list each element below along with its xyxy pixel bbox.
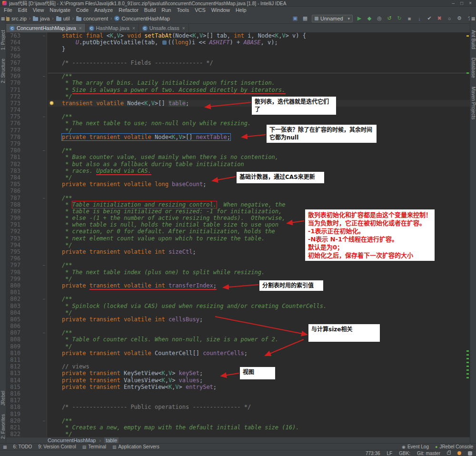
- tool-button-event-log[interactable]: ◉Event Log: [402, 444, 429, 449]
- menu-item-tools[interactable]: Tools: [174, 7, 192, 13]
- menu-item-window[interactable]: Window: [208, 7, 233, 13]
- gutter-line[interactable]: 783: [6, 168, 47, 174]
- line-number[interactable]: 767: [6, 59, 20, 66]
- code-line[interactable]: [48, 411, 470, 417]
- line-number[interactable]: 822: [6, 431, 20, 437]
- line-number[interactable]: 775: [6, 113, 20, 120]
- tool-button-ant-build[interactable]: Ant Build: [471, 30, 476, 49]
- caret-position[interactable]: 773:36: [366, 451, 380, 456]
- tool-button-todo[interactable]: 6: TODO: [13, 444, 32, 449]
- gutter-line[interactable]: 792: [6, 228, 47, 235]
- gutter-line[interactable]: 767: [6, 59, 47, 66]
- line-number[interactable]: 804: [6, 309, 20, 316]
- code-line[interactable]: private transient ValuesView<K,V> values…: [48, 377, 470, 384]
- fold-marker-icon[interactable]: −: [43, 113, 45, 120]
- notification-badge[interactable]: [457, 451, 461, 455]
- line-number[interactable]: 788: [6, 201, 20, 208]
- code-line[interactable]: */: [48, 93, 470, 100]
- line-number[interactable]: 778: [6, 134, 20, 140]
- gutter-line[interactable]: 778: [6, 134, 47, 140]
- code-line[interactable]: * The array of bins. Lazily initialized …: [48, 79, 470, 86]
- close-icon[interactable]: ×: [132, 26, 135, 31]
- close-icon[interactable]: ×: [182, 26, 185, 31]
- gutter-line[interactable]: 763−: [6, 32, 47, 39]
- gutter-line[interactable]: 803: [6, 303, 47, 309]
- gutter-line[interactable]: 814: [6, 377, 47, 384]
- project-structure-icon[interactable]: ▣: [292, 15, 298, 22]
- code-line[interactable]: /**: [48, 113, 470, 120]
- gutter-line[interactable]: 805: [6, 316, 47, 323]
- gutter-line[interactable]: 780−: [6, 147, 47, 154]
- line-number[interactable]: 795: [6, 248, 20, 255]
- code-line[interactable]: * races. Updated via CAS.: [48, 168, 470, 174]
- line-number[interactable]: 776: [6, 120, 20, 127]
- gutter-line[interactable]: 775−: [6, 113, 47, 120]
- gutter-line[interactable]: 774: [6, 107, 47, 113]
- error-stripe[interactable]: [466, 32, 470, 437]
- gutter-line[interactable]: 784: [6, 174, 47, 181]
- fold-marker-icon[interactable]: −: [43, 147, 45, 154]
- line-number[interactable]: 786: [6, 188, 20, 194]
- gutter-line[interactable]: 770: [6, 79, 47, 86]
- gutter-line[interactable]: 802−: [6, 296, 47, 302]
- lock-icon[interactable]: [447, 452, 451, 455]
- menu-item-build[interactable]: Build: [141, 7, 159, 13]
- gutter-line[interactable]: 773: [6, 100, 47, 107]
- gutter-line[interactable]: 795: [6, 248, 47, 255]
- code-line[interactable]: */: [48, 174, 470, 181]
- maximize-button[interactable]: □: [460, 0, 463, 6]
- breadcrumb-item[interactable]: util: [55, 15, 71, 22]
- error-stripe-mark[interactable]: [466, 72, 469, 74]
- gutter-line[interactable]: 782: [6, 161, 47, 168]
- code-line[interactable]: */: [48, 276, 470, 282]
- gutter[interactable]: 763−764765766767768769−77077177277377477…: [6, 32, 47, 437]
- code-line[interactable]: * table is being initialized or resized:…: [48, 208, 470, 215]
- intention-bulb-icon[interactable]: [50, 101, 54, 105]
- breadcrumb-item[interactable]: CConcurrentHashMap: [113, 15, 171, 22]
- line-number[interactable]: 779: [6, 140, 20, 147]
- code-line[interactable]: private transient volatile long baseCoun…: [48, 181, 470, 188]
- code-line[interactable]: */: [48, 309, 470, 316]
- minimize-button[interactable]: –: [452, 0, 455, 6]
- gutter-line[interactable]: 768: [6, 66, 47, 73]
- line-number[interactable]: 807: [6, 329, 20, 336]
- gutter-line[interactable]: 764: [6, 39, 47, 46]
- code-line[interactable]: private transient EntrySetView<K,V> entr…: [48, 384, 470, 390]
- gutter-line[interactable]: 811: [6, 357, 47, 363]
- code-line[interactable]: * Table of counter cells. When non-null,…: [48, 336, 470, 343]
- editor[interactable]: 763−764765766767768769−77077177277377477…: [6, 32, 470, 437]
- line-number[interactable]: 784: [6, 174, 20, 181]
- line-number[interactable]: 820: [6, 417, 20, 424]
- rollback-icon[interactable]: ✖: [436, 15, 443, 22]
- code-line[interactable]: * creation, or 0 for default. After init…: [48, 228, 470, 235]
- update-project-icon[interactable]: ↓: [416, 15, 423, 22]
- line-number[interactable]: 805: [6, 316, 20, 323]
- menu-item-edit[interactable]: Edit: [15, 7, 30, 13]
- code-line[interactable]: // views: [48, 363, 470, 370]
- line-number[interactable]: 796: [6, 255, 20, 262]
- code-line[interactable]: */: [48, 242, 470, 248]
- fold-marker-icon[interactable]: −: [43, 195, 45, 201]
- close-button[interactable]: ×: [469, 0, 472, 6]
- line-number[interactable]: 794: [6, 242, 20, 248]
- fold-marker-icon[interactable]: −: [43, 417, 45, 424]
- line-number[interactable]: 819: [6, 411, 20, 417]
- commit-icon[interactable]: ✔: [426, 15, 433, 22]
- code-line[interactable]: U.putObjectVolatile(tab, ((long)i << ASH…: [48, 39, 470, 46]
- menu-item-help[interactable]: Help: [233, 7, 249, 13]
- code-line[interactable]: /**: [48, 195, 470, 201]
- gutter-line[interactable]: 786: [6, 188, 47, 194]
- tool-button-application-servers[interactable]: ▥Application Servers: [112, 444, 159, 449]
- line-number[interactable]: 781: [6, 154, 20, 160]
- breadcrumb-item[interactable]: src.zip: [3, 15, 28, 22]
- error-stripe-mark[interactable]: [466, 362, 469, 363]
- code-line[interactable]: [48, 66, 470, 73]
- editor-tab[interactable]: CConcurrentHashMap.java×: [6, 24, 86, 32]
- tool-window-switcher-icon[interactable]: ▦: [1, 16, 5, 21]
- code-line[interactable]: * next element count value upon which to…: [48, 235, 470, 242]
- gutter-line[interactable]: 806: [6, 323, 47, 329]
- line-number[interactable]: 789: [6, 208, 20, 215]
- fold-marker-icon[interactable]: −: [43, 73, 45, 79]
- coverage-icon[interactable]: ◎: [376, 15, 383, 22]
- code-line[interactable]: private transient KeySetView<K,V> keySet…: [48, 370, 470, 377]
